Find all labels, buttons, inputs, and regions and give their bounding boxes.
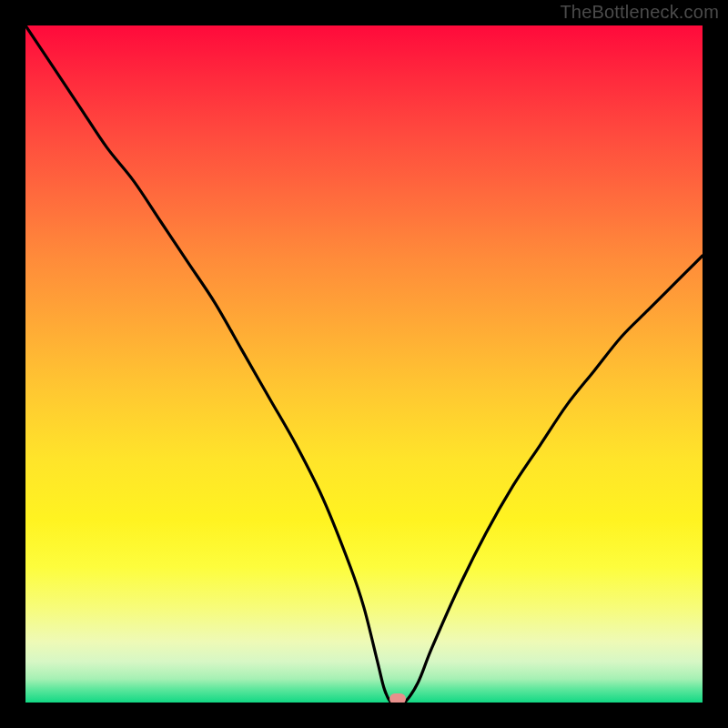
- plot-area: [25, 25, 703, 703]
- optimum-marker: [389, 693, 406, 703]
- chart-frame: TheBottleneck.com: [0, 0, 728, 728]
- bottleneck-curve: [25, 25, 703, 703]
- watermark-text: TheBottleneck.com: [560, 2, 719, 23]
